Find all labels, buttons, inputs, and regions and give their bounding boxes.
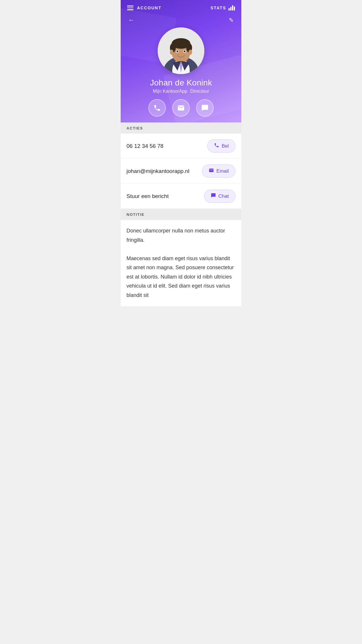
email-small-icon	[209, 168, 214, 173]
profile-meta: Mijn KantoorApp Directeur	[126, 89, 236, 94]
acties-title: ACTIES	[126, 126, 143, 130]
call-button-label: Bel	[222, 143, 229, 149]
chat-row: Stuur een bericht Chat	[121, 184, 241, 209]
chat-text: Stuur een bericht	[126, 193, 169, 200]
profile-name: Johan de Konink	[126, 78, 236, 88]
phone-row: 06 12 34 56 78 Bel	[121, 134, 241, 159]
phone-icon	[153, 104, 161, 112]
quick-call-button[interactable]	[148, 99, 166, 117]
avatar-section	[121, 27, 241, 74]
hero-section: ACCOUNT STATS ← ✎	[121, 0, 241, 123]
phone-pill-icon	[214, 143, 219, 149]
avatar	[158, 27, 204, 74]
stats-area[interactable]: STATS	[210, 5, 235, 10]
avatar-image	[158, 27, 204, 74]
account-label: ACCOUNT	[137, 6, 161, 10]
back-button[interactable]: ←	[127, 15, 136, 25]
email-icon	[177, 104, 185, 112]
notitie-content: Donec ullamcorper nulla non metus auctor…	[121, 220, 241, 306]
call-button[interactable]: Bel	[207, 139, 236, 153]
notitie-title: NOTITIE	[126, 212, 145, 217]
email-address: johan@mijnkantoorapp.nl	[126, 168, 189, 174]
quick-email-button[interactable]	[172, 99, 190, 117]
email-row: johan@mijnkantoorapp.nl Email	[121, 159, 241, 184]
quick-action-buttons	[121, 99, 241, 123]
svg-point-11	[177, 50, 178, 52]
notitie-header: NOTITIE	[121, 209, 241, 220]
notitie-text-2: Maecenas sed diam eget risus varius blan…	[126, 254, 236, 300]
chat-bubble-icon	[201, 104, 209, 112]
acties-header: ACTIES	[121, 123, 241, 134]
email-pill-icon	[209, 168, 214, 174]
phone-small-icon	[214, 143, 219, 148]
svg-point-12	[184, 50, 185, 52]
profile-role: Directeur	[190, 89, 209, 94]
email-button-label: Email	[216, 168, 229, 174]
chat-button-label: Chat	[218, 193, 229, 199]
svg-point-13	[170, 50, 173, 55]
email-button[interactable]: Email	[202, 164, 236, 178]
quick-chat-button[interactable]	[196, 99, 214, 117]
chat-small-icon	[211, 193, 216, 198]
svg-point-14	[189, 50, 192, 55]
chat-button[interactable]: Chat	[204, 190, 236, 203]
stats-label: STATS	[210, 6, 226, 10]
notitie-text: Donec ullamcorper nulla non metus auctor…	[126, 226, 236, 245]
top-bar: ACCOUNT STATS	[121, 0, 241, 10]
hero-nav: ← ✎	[121, 10, 241, 25]
top-bar-left: ACCOUNT	[127, 6, 161, 10]
phone-number: 06 12 34 56 78	[126, 143, 164, 149]
edit-button[interactable]: ✎	[228, 15, 235, 25]
chat-pill-icon	[211, 193, 216, 200]
stats-bars-icon	[229, 5, 235, 10]
hero-info: Johan de Konink Mijn KantoorApp Directeu…	[121, 74, 241, 94]
profile-company: Mijn KantoorApp	[153, 89, 187, 94]
menu-icon[interactable]	[127, 6, 133, 10]
